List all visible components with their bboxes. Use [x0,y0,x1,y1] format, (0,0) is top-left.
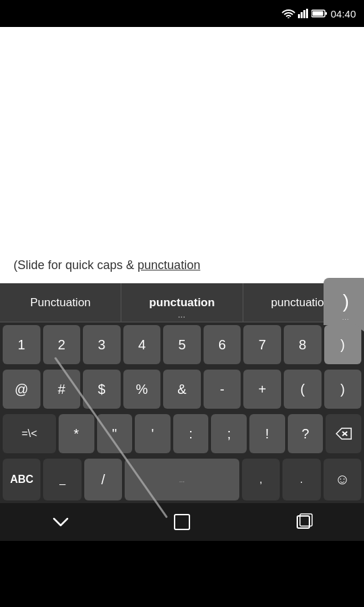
svg-rect-6 [313,11,324,16]
key-5[interactable]: 5 [163,325,201,364]
content-area: (Slide for quick caps & punctuation [0,27,364,283]
key-hash[interactable]: # [43,370,81,409]
svg-point-0 [288,18,290,19]
svg-rect-10 [175,515,189,529]
key-row-numbers: 1 2 3 4 5 6 7 8 ) ... ) [0,322,364,367]
key-row-symbols: @ # $ % & - + ( ) [0,367,364,411]
key-ampersand[interactable]: & [163,370,201,409]
recents-icon [294,513,313,531]
autocomplete-dots: ... [178,312,185,319]
key-open-paren[interactable]: ( [284,370,322,409]
key-question[interactable]: ? [288,414,324,453]
home-icon [173,513,191,531]
svg-rect-3 [303,10,305,18]
svg-rect-1 [298,14,300,18]
key-exclamation[interactable]: ! [249,414,285,453]
key-slash[interactable]: / [84,459,122,500]
key-8[interactable]: 8 [284,325,322,364]
signal-icon [298,9,309,18]
key-row-more-symbols: =\< * " ' : ; ! ? [0,411,364,456]
svg-rect-7 [326,12,328,15]
nav-bar [0,503,364,541]
key-6[interactable]: 6 [204,325,241,364]
chevron-down-icon [51,515,71,529]
status-icons: 04:40 [282,8,356,20]
key-3[interactable]: 3 [83,325,121,364]
wifi-icon [282,9,295,18]
key-row-bottom: ABC _ / ... , . ☺ [0,456,364,503]
backspace-key[interactable] [326,414,361,453]
key-7[interactable]: 7 [243,325,281,364]
key-minus[interactable]: - [204,370,241,409]
key-dollar[interactable]: $ [83,370,121,409]
key-2[interactable]: 2 [43,325,81,364]
key-comma[interactable]: , [242,459,280,500]
key-colon[interactable]: : [173,414,209,453]
battery-icon [311,9,328,18]
key-asterisk[interactable]: * [59,414,94,453]
key-period[interactable]: . [282,459,320,500]
status-bar: 04:40 [0,0,364,27]
status-time: 04:40 [330,8,356,20]
key-semicolon[interactable]: ; [211,414,247,453]
key-0-popup[interactable]: ) ... ) [324,325,362,364]
key-quote-single[interactable]: ' [135,414,171,453]
editor-static-text: (Slide for quick caps & [13,258,138,272]
key-emoji[interactable]: ☺ [324,459,361,500]
autocomplete-item-1[interactable]: punctuation ... [121,283,243,322]
nav-back-button[interactable] [40,509,81,536]
key-plus[interactable]: + [243,370,281,409]
svg-rect-4 [306,9,308,18]
key-abc[interactable]: ABC [3,459,40,500]
editor-text: (Slide for quick caps & punctuation [13,258,200,272]
key-underscore[interactable]: _ [43,459,81,500]
autocomplete-item-0[interactable]: Punctuation [0,283,121,322]
popup-bubble-dots: ... [342,314,350,321]
key-percent[interactable]: % [123,370,161,409]
key-quote-double[interactable]: " [97,414,133,453]
key-4[interactable]: 4 [123,325,161,364]
nav-home-button[interactable] [162,509,202,536]
popup-bubble: ) ... [324,278,364,325]
key-at[interactable]: @ [3,370,40,409]
keyboard: 1 2 3 4 5 6 7 8 ) ... ) @ # $ % & - + ( … [0,322,364,503]
key-equals-backslash[interactable]: =\< [3,414,56,453]
autocomplete-bar: Punctuation punctuation ... punctuations [0,283,364,322]
svg-rect-2 [301,12,303,18]
nav-recents-button[interactable] [283,509,324,536]
key-close-paren[interactable]: ) [324,370,362,409]
key-1[interactable]: 1 [3,325,40,364]
key-space[interactable]: ... [125,459,239,500]
editor-underline-text: punctuation [138,258,200,272]
